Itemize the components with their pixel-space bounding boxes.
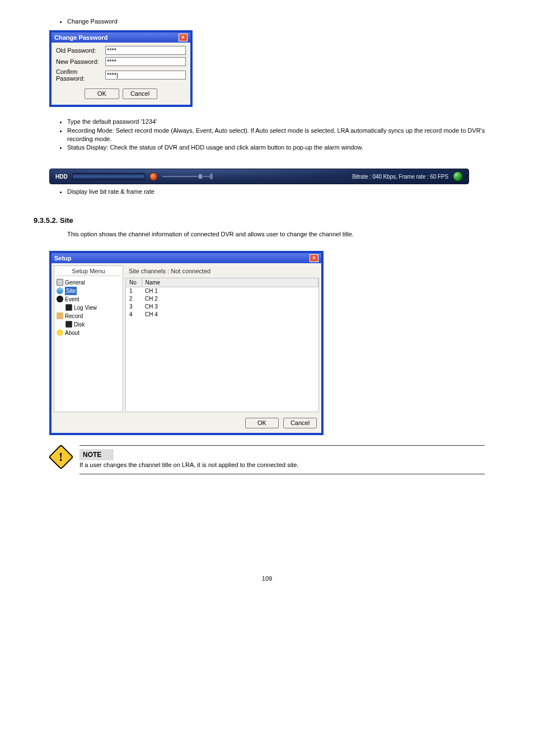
bullet-default-password: Type the default password '1234' — [67, 118, 500, 126]
bullet-recording-mode: Recording Mode: Select record mode (Alwa… — [67, 127, 500, 143]
tree-item-about[interactable]: About — [57, 329, 120, 337]
site-channels-caption: Site channels : Not connected — [125, 265, 319, 278]
table-row[interactable]: 3CH 3 — [126, 303, 318, 311]
hdd-label: HDD — [55, 174, 68, 180]
status-text: Bitrate : 040 Kbps, Frame rate : 60 FPS — [352, 174, 448, 180]
cell-no: 3 — [126, 303, 142, 311]
close-icon[interactable]: × — [310, 254, 318, 262]
col-header-no: No — [129, 279, 137, 286]
cell-name: CH 4 — [142, 311, 318, 319]
event-icon — [57, 296, 63, 302]
ok-button[interactable]: OK — [245, 418, 279, 428]
hdd-usage-bar — [72, 173, 145, 180]
close-icon[interactable]: × — [179, 34, 188, 41]
cancel-button[interactable]: Cancel — [123, 88, 157, 99]
col-header-name-cell[interactable]: Name — [142, 278, 318, 287]
site-icon — [57, 287, 63, 294]
tree-item-disk[interactable]: Disk — [57, 320, 120, 329]
confirm-password-input[interactable] — [105, 71, 186, 80]
col-header-no-cell[interactable]: No — [126, 278, 142, 287]
setup-title: Setup — [54, 255, 72, 262]
slider-thumb[interactable] — [198, 174, 203, 179]
setup-titlebar: Setup × — [51, 253, 321, 263]
old-password-label: Old Password: — [56, 47, 105, 54]
bullet-live-bitrate: Display live bit rate & frame rate — [67, 188, 500, 196]
status-bar: HDD Bitrate : 040 Kbps, Frame rate : 60 … — [49, 169, 469, 184]
note-block: ! NOTE If a user changes the channel tit… — [49, 445, 485, 474]
slider[interactable] — [162, 173, 213, 180]
confirm-password-label: Confirm Password: — [56, 68, 105, 82]
bullet-status-display: Status Display: Check the status of DVR … — [67, 143, 500, 152]
note-label: NOTE — [79, 449, 114, 460]
table-row[interactable]: 4CH 4 — [126, 311, 318, 319]
disk-icon — [65, 321, 72, 328]
change-password-dialog: Change Password × Old Password: New Pass… — [49, 30, 193, 107]
site-channels-list: No Name 1CH 12CH 23CH 34CH 4 — [125, 278, 319, 412]
site-paragraph: This option shows the channel informatio… — [67, 230, 500, 239]
warning-icon: ! — [49, 445, 73, 469]
cell-name: CH 1 — [142, 287, 318, 296]
table-row[interactable]: 2CH 2 — [126, 295, 318, 303]
cell-name: CH 2 — [142, 295, 318, 303]
old-password-input[interactable] — [105, 46, 186, 55]
tree-header: Setup Menu — [57, 268, 120, 276]
page-number: 109 — [34, 575, 500, 582]
cell-no: 2 — [126, 295, 142, 303]
general-icon — [57, 279, 63, 286]
section-heading-site: 9.3.5.2. Site — [34, 216, 500, 225]
table-row[interactable]: 1CH 1 — [126, 287, 318, 296]
setup-dialog: Setup × Setup Menu General Site Event Lo… — [49, 251, 324, 435]
setup-menu-tree: Setup Menu General Site Event Log View R… — [54, 265, 123, 412]
new-password-input[interactable] — [105, 57, 186, 66]
new-password-label: New Password: — [56, 58, 105, 65]
log-view-icon — [65, 304, 72, 311]
tree-item-record[interactable]: Record — [57, 312, 120, 320]
alarm-indicator-icon[interactable]: ⌂ — [453, 171, 463, 181]
ok-button[interactable]: OK — [85, 88, 119, 99]
tree-item-event[interactable]: Event — [57, 295, 120, 304]
record-dot-icon[interactable] — [149, 172, 158, 181]
bullet-change-password: Change Password — [67, 17, 500, 26]
record-icon — [57, 312, 63, 319]
dialog-titlebar: Change Password × — [51, 32, 190, 43]
cell-no: 4 — [126, 311, 142, 319]
note-text: If a user changes the channel title on L… — [79, 461, 485, 468]
tree-item-log-view[interactable]: Log View — [57, 304, 120, 312]
about-icon — [57, 329, 63, 336]
cell-name: CH 3 — [142, 303, 318, 311]
col-header-name: Name — [146, 279, 161, 286]
cancel-button[interactable]: Cancel — [283, 418, 317, 428]
dialog-title: Change Password — [54, 34, 107, 41]
tree-item-general[interactable]: General — [57, 278, 120, 287]
tree-item-site[interactable]: Site — [57, 287, 120, 295]
cell-no: 1 — [126, 287, 142, 296]
